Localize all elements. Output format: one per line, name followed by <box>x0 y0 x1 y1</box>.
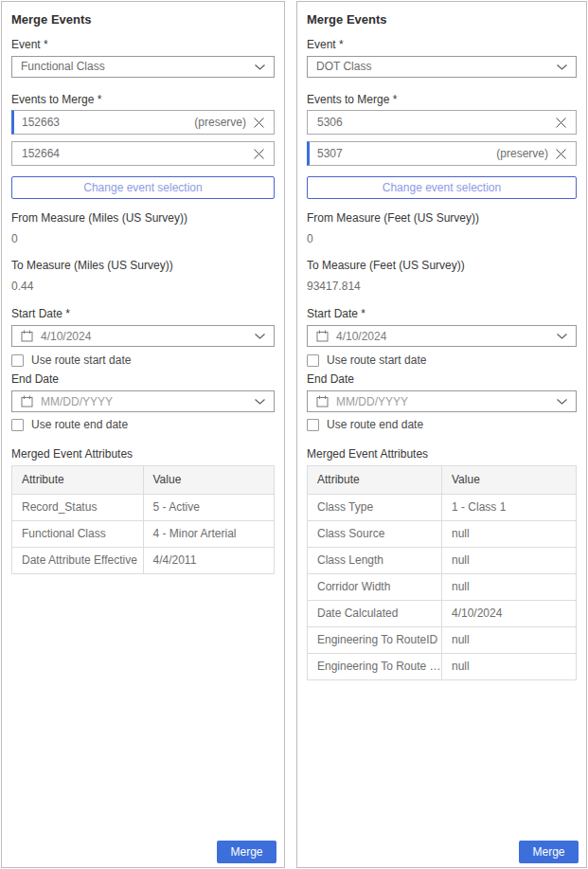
start-date-value: 4/10/2024 <box>41 330 255 343</box>
page-title: Merge Events <box>307 12 577 27</box>
chevron-down-icon <box>255 64 265 70</box>
event-to-merge-item[interactable]: 5307 (preserve) <box>307 141 577 166</box>
event-to-merge-item[interactable]: 152663 (preserve) <box>11 110 275 135</box>
table-row: Class Type 1 - Class 1 <box>308 495 577 521</box>
table-row: Record_Status 5 - Active <box>12 495 275 521</box>
use-route-end-date-checkbox[interactable]: Use route end date <box>11 418 275 432</box>
remove-event-icon[interactable] <box>556 118 566 128</box>
value-cell: 4 - Minor Arterial <box>143 521 275 548</box>
attribute-cell: Engineering To Route … <box>308 654 442 680</box>
event-to-merge-item[interactable]: 152664 <box>11 141 275 166</box>
events-to-merge-label: Events to Merge * <box>11 94 275 106</box>
value-cell: 4/10/2024 <box>442 601 577 627</box>
event-to-merge-item[interactable]: 5306 <box>307 110 577 135</box>
use-route-start-date-checkbox[interactable]: Use route start date <box>11 353 275 368</box>
attribute-cell: Class Type <box>308 495 442 521</box>
attribute-cell: Corridor Width <box>308 574 442 601</box>
table-row: Engineering To RouteID null <box>308 627 577 654</box>
attribute-cell: Date Attribute Effective <box>12 548 144 574</box>
checkbox-label: Use route end date <box>31 419 128 431</box>
change-event-selection-button[interactable]: Change event selection <box>307 176 577 199</box>
to-measure-label: To Measure (Miles (US Survey)) <box>11 260 275 272</box>
to-measure-label: To Measure (Feet (US Survey)) <box>307 260 577 272</box>
from-measure-value: 0 <box>307 233 577 245</box>
merged-event-attributes-table: Attribute Value Record_Status 5 - Active… <box>11 465 275 574</box>
page-title: Merge Events <box>11 12 275 27</box>
event-label: Event * <box>11 39 275 51</box>
checkbox-label: Use route start date <box>31 354 131 367</box>
end-date-label: End Date <box>11 373 275 386</box>
from-measure-value: 0 <box>11 233 275 245</box>
start-date-label: Start Date * <box>11 308 275 320</box>
merged-event-attributes-title: Merged Event Attributes <box>11 448 275 461</box>
checkbox-icon[interactable] <box>11 419 24 431</box>
chevron-down-icon <box>557 399 567 405</box>
merge-button[interactable]: Merge <box>217 841 276 863</box>
checkbox-icon[interactable] <box>307 419 319 431</box>
attribute-column-header: Attribute <box>308 466 442 495</box>
attribute-cell: Date Calculated <box>308 601 442 627</box>
remove-event-icon[interactable] <box>556 149 566 159</box>
merge-button[interactable]: Merge <box>519 841 579 863</box>
event-select[interactable]: DOT Class <box>307 56 577 78</box>
value-column-header: Value <box>143 466 275 495</box>
calendar-icon <box>316 395 329 407</box>
table-row: Date Attribute Effective 4/4/2011 <box>12 548 275 574</box>
attribute-cell: Class Source <box>308 521 442 548</box>
merged-event-attributes-table: Attribute Value Class Type 1 - Class 1 C… <box>307 465 577 680</box>
from-measure-label: From Measure (Feet (US Survey)) <box>307 212 577 225</box>
end-date-placeholder: MM/DD/YYYY <box>41 395 255 408</box>
chevron-down-icon <box>255 399 265 405</box>
value-cell: 1 - Class 1 <box>442 495 577 521</box>
chevron-down-icon <box>557 64 567 70</box>
end-date-input[interactable]: MM/DD/YYYY <box>307 390 577 412</box>
to-measure-value: 93417.814 <box>307 281 577 293</box>
calendar-icon <box>21 395 33 407</box>
use-route-end-date-checkbox[interactable]: Use route end date <box>307 418 577 432</box>
value-cell: 4/4/2011 <box>143 548 275 574</box>
value-cell: null <box>442 627 577 654</box>
calendar-icon <box>21 330 33 342</box>
table-row: Class Length null <box>308 548 577 574</box>
checkbox-icon[interactable] <box>307 354 319 367</box>
table-row: Functional Class 4 - Minor Arterial <box>12 521 275 548</box>
table-row: Engineering To Route … null <box>308 654 577 680</box>
attribute-cell: Functional Class <box>12 521 144 548</box>
events-to-merge-label: Events to Merge * <box>307 94 577 106</box>
table-header-row: Attribute Value <box>308 466 577 495</box>
event-select-value: Functional Class <box>21 61 255 73</box>
remove-event-icon[interactable] <box>254 118 264 128</box>
checkbox-icon[interactable] <box>11 354 24 367</box>
end-date-label: End Date <box>307 373 577 386</box>
preserve-tag: (preserve) <box>496 147 548 160</box>
calendar-icon <box>316 330 329 342</box>
table-row: Corridor Width null <box>308 574 577 601</box>
event-id: 152664 <box>22 147 246 160</box>
attribute-cell: Engineering To RouteID <box>308 627 442 654</box>
value-cell: null <box>442 548 577 574</box>
use-route-start-date-checkbox[interactable]: Use route start date <box>307 353 577 368</box>
start-date-input[interactable]: 4/10/2024 <box>11 325 275 347</box>
event-label: Event * <box>307 39 577 51</box>
table-row: Date Calculated 4/10/2024 <box>308 601 577 627</box>
value-cell: null <box>442 574 577 601</box>
value-column-header: Value <box>442 466 577 495</box>
event-select[interactable]: Functional Class <box>11 56 275 78</box>
table-header-row: Attribute Value <box>12 466 275 495</box>
change-event-selection-button[interactable]: Change event selection <box>11 176 275 199</box>
start-date-label: Start Date * <box>307 308 577 320</box>
table-row: Class Source null <box>308 521 577 548</box>
chevron-down-icon <box>255 334 265 339</box>
start-date-input[interactable]: 4/10/2024 <box>307 325 577 347</box>
checkbox-label: Use route end date <box>327 419 423 431</box>
remove-event-icon[interactable] <box>254 149 264 159</box>
merged-event-attributes-title: Merged Event Attributes <box>307 448 577 461</box>
preserve-tag: (preserve) <box>194 116 246 129</box>
checkbox-label: Use route start date <box>327 354 426 367</box>
value-cell: null <box>442 654 577 680</box>
value-cell: 5 - Active <box>143 495 275 521</box>
merge-events-panel-right: Merge Events Event * DOT Class Events to… <box>296 1 587 868</box>
end-date-input[interactable]: MM/DD/YYYY <box>11 390 275 412</box>
value-cell: null <box>442 521 577 548</box>
attribute-column-header: Attribute <box>12 466 144 495</box>
